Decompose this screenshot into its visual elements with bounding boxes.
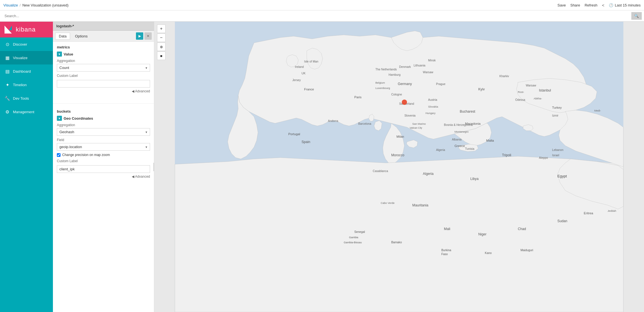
- time-picker[interactable]: 🕐 Last 15 minutes: [609, 3, 641, 7]
- sidebar-item-devtools[interactable]: 🔧 Dev Tools: [0, 92, 53, 105]
- svg-text:Aleppo: Aleppo: [539, 156, 548, 159]
- breadcrumb-sep: /: [20, 3, 21, 7]
- top-actions: Save Share Refresh < 🕐 Last 15 minutes: [558, 3, 641, 8]
- svg-text:Tunisia: Tunisia: [465, 147, 474, 150]
- metrics-title: metrics: [57, 45, 150, 49]
- bucket-advanced-link[interactable]: ◀ Advanced: [57, 173, 150, 180]
- sidebar-item-management[interactable]: ⚙ Management: [0, 105, 53, 119]
- svg-text:Bucharest: Bucharest: [460, 110, 475, 113]
- sidebar-label-management: Management: [13, 110, 34, 114]
- map-svg: Ireland Isle of Man UK Jersey France And…: [154, 22, 644, 312]
- stop-drawing-button[interactable]: ■: [157, 52, 166, 60]
- logo-area: kibana: [0, 22, 53, 37]
- chevron-button[interactable]: <: [602, 3, 604, 8]
- geo-collapse-button[interactable]: ▼: [57, 116, 62, 121]
- metric-collapse-button[interactable]: ▼: [57, 52, 62, 57]
- geohash-select[interactable]: Geohash: [57, 128, 150, 136]
- svg-text:Andorra: Andorra: [328, 119, 338, 122]
- custom-label-input[interactable]: [57, 80, 150, 88]
- advanced-link[interactable]: ◀ Advanced: [57, 88, 150, 95]
- svg-text:Niger: Niger: [478, 232, 486, 236]
- svg-text:Egypt: Egypt: [557, 174, 567, 178]
- timelion-icon: ✦: [5, 82, 10, 88]
- svg-text:Kharkiv: Kharkiv: [499, 75, 509, 78]
- svg-text:Maiduguri: Maiduguri: [520, 249, 533, 252]
- precision-checkbox[interactable]: [57, 153, 61, 157]
- buckets-title: buckets: [57, 109, 150, 113]
- map-controls: + − ⊕ ■: [157, 24, 166, 60]
- svg-text:Odessa: Odessa: [515, 98, 525, 101]
- svg-text:Faso: Faso: [441, 253, 448, 256]
- svg-text:Istanbul: Istanbul: [539, 88, 551, 92]
- main-layout: kibana ⊙ Discover ▦ Visualize ▤ Dashboar…: [0, 22, 644, 312]
- discover-icon: ⊙: [5, 41, 10, 47]
- svg-text:Kano: Kano: [485, 251, 492, 255]
- share-button[interactable]: Share: [570, 3, 580, 7]
- geohash-select-wrapper: Geohash: [57, 128, 150, 136]
- svg-text:Senegal: Senegal: [354, 230, 365, 233]
- sidebar: kibana ⊙ Discover ▦ Visualize ▤ Dashboar…: [0, 22, 53, 312]
- field-select[interactable]: geoip.location: [57, 143, 150, 151]
- svg-text:Jeddah: Jeddah: [607, 210, 616, 212]
- svg-text:Isle of Man: Isle of Man: [304, 60, 319, 63]
- sidebar-label-discover: Discover: [13, 42, 27, 46]
- map-container: + − ⊕ ■: [154, 22, 644, 312]
- precision-checkbox-row: Change precision on map zoom: [57, 153, 150, 157]
- aggregation-select-wrapper: Count Average Sum Min Max: [57, 64, 150, 72]
- geo-coordinates-item: ▼ Geo Coordinates Aggregation Geohash Fi…: [57, 116, 150, 180]
- aggregation-label: Aggregation: [57, 59, 150, 63]
- svg-text:Denmark: Denmark: [399, 65, 411, 68]
- save-button[interactable]: Save: [558, 3, 566, 7]
- svg-text:The Netherlands: The Netherlands: [375, 68, 397, 71]
- sidebar-label-devtools: Dev Tools: [13, 96, 29, 101]
- svg-text:Malta: Malta: [486, 139, 494, 142]
- refresh-button[interactable]: Refresh: [585, 3, 598, 7]
- svg-text:Slovakia: Slovakia: [428, 105, 438, 108]
- search-button[interactable]: 🔍: [631, 12, 642, 20]
- svg-text:Jersey: Jersey: [292, 79, 301, 82]
- breadcrumb-current: New Visualization (unsaved): [22, 3, 68, 7]
- svg-text:Paris: Paris: [354, 95, 362, 99]
- svg-text:Minsk: Minsk: [428, 59, 436, 62]
- svg-text:Austria: Austria: [428, 98, 437, 101]
- svg-text:Portugal: Portugal: [288, 132, 300, 136]
- config-panel: ◀ logstash-* Data Options ▶ ✕ metrics ▼ …: [53, 22, 154, 312]
- sidebar-item-timelion[interactable]: ✦ Timelion: [0, 78, 53, 92]
- sidebar-item-visualize[interactable]: ▦ Visualize: [0, 51, 53, 64]
- svg-text:Spain: Spain: [301, 140, 310, 144]
- svg-text:Warsaw: Warsaw: [423, 71, 433, 74]
- svg-text:Sudan: Sudan: [557, 219, 567, 223]
- dashboard-icon: ▤: [5, 68, 10, 74]
- aggregation-select[interactable]: Count Average Sum Min Max: [57, 64, 150, 72]
- visualize-icon: ▦: [5, 55, 10, 61]
- fit-bounds-button[interactable]: ⊕: [157, 43, 166, 51]
- discard-button[interactable]: ✕: [144, 32, 152, 40]
- svg-text:Medi-: Medi-: [594, 109, 601, 112]
- map-marker: [402, 99, 407, 105]
- zoom-out-button[interactable]: −: [157, 34, 166, 42]
- breadcrumb-visualize[interactable]: Visualize: [3, 3, 18, 7]
- breadcrumb: Visualize / New Visualization (unsaved): [3, 3, 68, 7]
- sidebar-item-discover[interactable]: ⊙ Discover: [0, 37, 53, 51]
- clock-icon: 🕐: [609, 3, 613, 7]
- run-button[interactable]: ▶: [136, 32, 143, 40]
- search-input[interactable]: [2, 13, 631, 19]
- svg-text:Rost-: Rost-: [518, 91, 524, 93]
- svg-text:Prague: Prague: [436, 83, 445, 86]
- tab-options[interactable]: Options: [71, 33, 91, 40]
- sidebar-label-visualize: Visualize: [13, 56, 28, 60]
- zoom-in-button[interactable]: +: [157, 24, 166, 33]
- metric-header: ▼ Value: [57, 52, 150, 57]
- metric-value-label: Value: [64, 52, 73, 56]
- tab-data[interactable]: Data: [55, 33, 70, 40]
- svg-text:Lebanon: Lebanon: [552, 148, 564, 151]
- sidebar-item-dashboard[interactable]: ▤ Dashboard: [0, 64, 53, 78]
- svg-text:UK: UK: [301, 72, 305, 75]
- field-select-wrapper: geoip.location: [57, 143, 150, 151]
- bucket-custom-label-input[interactable]: [57, 165, 150, 173]
- index-pattern-label: logstash-*: [56, 24, 74, 28]
- svg-text:Belgium: Belgium: [375, 81, 385, 84]
- svg-text:San Marino: San Marino: [412, 122, 426, 125]
- svg-text:Slovenia: Slovenia: [404, 114, 416, 117]
- svg-text:Warsaw: Warsaw: [526, 84, 536, 87]
